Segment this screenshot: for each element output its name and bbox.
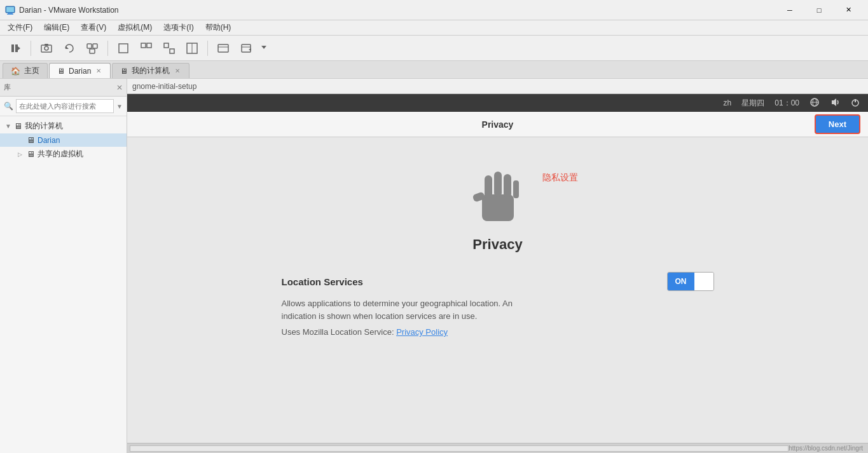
svg-rect-13 [90, 49, 95, 53]
toolbar-pause-button[interactable] [5, 39, 25, 58]
toolbar-settings-button[interactable] [236, 39, 256, 58]
title-bar: Darian - VMware Workstation ─ □ ✕ [0, 0, 868, 20]
toggle-on-label[interactable]: ON [668, 273, 694, 290]
network-icon [809, 97, 820, 109]
svg-rect-9 [45, 44, 48, 46]
vm-status-day: 星期四 [741, 98, 764, 109]
svg-rect-23 [242, 44, 251, 52]
vm-status-top: zh 星期四 01：00 [127, 94, 868, 112]
sidebar-search-input[interactable] [16, 99, 114, 113]
toolbar-view3-button[interactable] [159, 39, 179, 58]
location-services-label: Location Services [282, 276, 363, 287]
svg-rect-18 [170, 49, 174, 53]
svg-rect-11 [87, 44, 92, 48]
tree-item-mycomputer[interactable]: ▼ 🖥 我的计算机 [0, 119, 127, 133]
toolbar-console-button[interactable] [213, 39, 233, 58]
next-button[interactable]: Next [815, 114, 860, 134]
tab-mycomputer-label: 我的计算机 [132, 65, 170, 76]
sidebar-search-bar: 🔍 ▼ [0, 97, 127, 116]
toolbar-snapshot2-button[interactable] [82, 39, 102, 58]
tab-darian-label: Darian [69, 67, 91, 76]
privacy-heading: Privacy [472, 236, 522, 253]
sidebar-tree: ▼ 🖥 我的计算机 🖥 Darian ▷ 🖥 共享的虚拟机 [0, 116, 127, 453]
tree-item-shared[interactable]: ▷ 🖥 共享的虚拟机 [0, 147, 127, 161]
svg-rect-37 [513, 180, 519, 198]
menu-bar: 文件(F) 编辑(E) 查看(V) 虚拟机(M) 选项卡(I) 帮助(H) [0, 20, 868, 36]
toolbar-revert-button[interactable] [59, 39, 79, 58]
svg-rect-34 [485, 175, 492, 198]
title-text: Darian - VMware Workstation [19, 6, 119, 15]
sidebar: 库 ✕ 🔍 ▼ ▼ 🖥 我的计算机 🖥 Darian ▷ 🖥 共享的虚拟机 [0, 79, 127, 453]
chinese-privacy-label: 隐私设置 [542, 172, 578, 184]
svg-marker-25 [249, 48, 251, 51]
menu-tabs[interactable]: 选项卡(I) [158, 21, 198, 34]
maximize-button[interactable]: □ [804, 0, 834, 20]
toolbar-unity-button[interactable] [136, 39, 156, 58]
toggle-switch[interactable]: ON [667, 272, 714, 291]
toolbar-separator-1 [31, 41, 31, 56]
close-button[interactable]: ✕ [834, 0, 863, 20]
toolbar [0, 36, 868, 61]
svg-rect-14 [119, 44, 128, 53]
tab-bar: 🏠 主页 🖥 Darian ✕ 🖥 我的计算机 ✕ [0, 61, 868, 79]
tab-darian[interactable]: 🖥 Darian ✕ [49, 63, 111, 78]
app-icon [5, 5, 15, 15]
menu-view[interactable]: 查看(V) [76, 21, 111, 34]
main-layout: 库 ✕ 🔍 ▼ ▼ 🖥 我的计算机 🖥 Darian ▷ 🖥 共享的虚拟机 [0, 79, 868, 453]
svg-rect-15 [141, 43, 146, 48]
shared-vm-icon: 🖥 [27, 149, 35, 159]
tree-toggle-shared[interactable]: ▷ [18, 151, 24, 158]
svg-marker-10 [65, 46, 69, 49]
menu-vm[interactable]: 虚拟机(M) [113, 21, 157, 34]
tab-home[interactable]: 🏠 主页 [3, 63, 48, 78]
privacy-hand-icon [469, 163, 527, 226]
menu-edit[interactable]: 编辑(E) [39, 21, 74, 34]
vm-status-lang: zh [724, 98, 732, 107]
minimize-button[interactable]: ─ [775, 0, 804, 20]
hand-icon-container [466, 163, 530, 226]
svg-rect-36 [504, 174, 511, 198]
mozilla-prefix: Uses Mozilla Location Service: [282, 327, 397, 337]
computer-icon: 🖥 [14, 121, 22, 131]
location-desc-text2: indication is shown when location servic… [282, 311, 478, 321]
volume-icon [830, 97, 840, 109]
toolbar-dropdown[interactable] [260, 41, 268, 56]
sidebar-search-dropdown-icon[interactable]: ▼ [116, 103, 123, 110]
location-services-description: Allows applications to determine your ge… [282, 297, 714, 322]
tab-home-label: 主页 [24, 65, 39, 76]
vm-content[interactable]: zh 星期四 01：00 [127, 94, 868, 443]
toolbar-view4-button[interactable] [182, 39, 202, 58]
tree-item-darian[interactable]: 🖥 Darian [0, 133, 127, 147]
tab-mycomputer[interactable]: 🖥 我的计算机 ✕ [112, 63, 189, 78]
tab-darian-close[interactable]: ✕ [95, 67, 102, 74]
vm-status-items: zh 星期四 01：00 [724, 97, 860, 109]
menu-help[interactable]: 帮助(H) [200, 21, 237, 34]
address-bar-path: gnome-initial-setup [132, 82, 196, 91]
content-area: gnome-initial-setup zh 星期四 01：00 [127, 79, 868, 453]
watermark-text: https://blog.csdn.net/Jingrt [789, 445, 865, 452]
toggle-off-area[interactable] [694, 273, 713, 290]
menu-file[interactable]: 文件(F) [3, 21, 38, 34]
svg-rect-33 [482, 194, 514, 221]
tree-toggle-mycomputer[interactable]: ▼ [5, 123, 11, 130]
toolbar-snapshot-button[interactable] [36, 39, 57, 58]
tab-mycomputer-close[interactable]: ✕ [174, 67, 181, 74]
svg-rect-4 [11, 44, 14, 52]
bottom-bar: https://blog.csdn.net/Jingrt [127, 443, 868, 453]
privacy-policy-link[interactable]: Privacy Policy [396, 327, 448, 337]
vm-icon-darian: 🖥 [27, 135, 35, 145]
toolbar-separator-3 [207, 41, 208, 56]
search-icon: 🔍 [4, 102, 13, 111]
svg-rect-35 [494, 172, 502, 197]
bottom-scrollbar[interactable] [130, 445, 789, 452]
tab-darian-icon: 🖥 [57, 67, 65, 76]
toolbar-fullscreen-button[interactable] [113, 39, 134, 58]
mozilla-row: Uses Mozilla Location Service: Privacy P… [282, 327, 714, 337]
svg-rect-12 [93, 44, 97, 48]
svg-point-8 [45, 46, 48, 50]
gnome-body: 隐私设置 [127, 137, 868, 443]
svg-rect-1 [8, 13, 13, 14]
tab-mycomputer-icon: 🖥 [120, 67, 128, 76]
gnome-header: Privacy Next [127, 112, 868, 137]
sidebar-close-button[interactable]: ✕ [116, 83, 123, 92]
